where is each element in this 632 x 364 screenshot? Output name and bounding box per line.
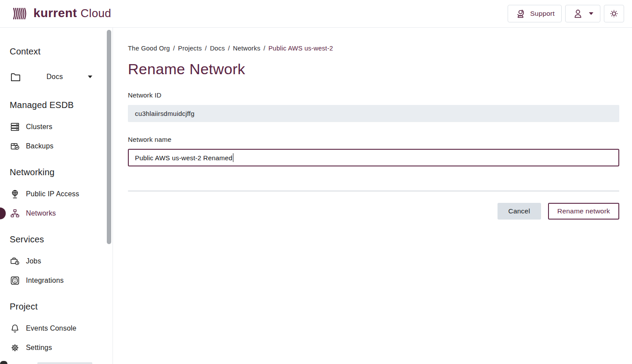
folder-icon	[10, 71, 22, 83]
partially-visible-item-icon	[0, 361, 7, 364]
breadcrumb-separator: /	[228, 45, 230, 52]
sidebar: Context Docs Managed ESDB Clusters	[0, 28, 113, 364]
section-title-managed-esdb: Managed ESDB	[10, 100, 113, 110]
chevron-down-icon	[88, 76, 92, 78]
context-selector-docs[interactable]: Docs	[10, 69, 95, 84]
sidebar-item-networks[interactable]: Networks	[10, 208, 113, 219]
section-title-project: Project	[10, 302, 113, 312]
support-button-label: Support	[530, 10, 555, 18]
sun-icon	[608, 8, 620, 19]
sidebar-item-label: Events Console	[26, 324, 76, 332]
sidebar-item-public-ip-access[interactable]: Public IP Access	[10, 188, 113, 199]
bell-icon	[10, 323, 20, 334]
network-id-value: cu3hlaiirsdmuidcjffg	[135, 110, 194, 117]
sitemap-icon	[10, 208, 20, 219]
gear-icon	[10, 342, 20, 353]
logo-suffix-text: Cloud	[80, 7, 111, 20]
user-menu-button[interactable]	[565, 5, 600, 22]
sidebar-item-events-console[interactable]: Events Console	[10, 323, 113, 334]
logo-brand-text: kurrent	[33, 6, 77, 20]
breadcrumb-link-projects[interactable]: Projects	[178, 45, 202, 52]
breadcrumb-separator: /	[205, 45, 207, 52]
kurrent-cloud-logo[interactable]: kurrent Cloud	[12, 6, 111, 21]
main-content: The Good Org/Projects/Docs/Networks/Publ…	[113, 28, 632, 364]
chevron-down-icon	[589, 12, 593, 15]
sidebar-scrollbar[interactable]	[107, 30, 111, 244]
outlet-icon	[10, 275, 20, 286]
sidebar-item-integrations[interactable]: Integrations	[10, 275, 113, 286]
user-icon	[572, 8, 584, 19]
breadcrumb-link-networks[interactable]: Networks	[233, 45, 260, 52]
network-name-label: Network name	[128, 136, 619, 143]
page-title: Rename Network	[128, 61, 619, 78]
breadcrumb-link-org[interactable]: The Good Org	[128, 45, 170, 52]
rename-network-button[interactable]: Rename network	[548, 203, 619, 220]
briefcase-clock-icon	[10, 256, 20, 267]
breadcrumb-link-docs[interactable]: Docs	[210, 45, 225, 52]
waveform-logo-icon	[12, 6, 30, 21]
sidebar-item-label: Networks	[26, 209, 56, 217]
clusters-icon	[10, 122, 20, 132]
network-name-value: Public AWS us-west-2 Renamed	[135, 154, 232, 162]
network-name-input[interactable]: Public AWS us-west-2 Renamed	[128, 149, 619, 166]
sidebar-item-label: Jobs	[26, 257, 41, 265]
sidebar-item-label: Settings	[26, 344, 52, 352]
sidebar-item-label: Clusters	[26, 123, 52, 131]
globe-icon	[10, 189, 20, 199]
breadcrumb-current: Public AWS us-west-2	[269, 45, 333, 52]
sidebar-item-jobs[interactable]: Jobs	[10, 256, 113, 267]
section-title-context: Context	[10, 47, 113, 57]
support-button[interactable]: Support	[508, 5, 562, 22]
theme-toggle-button[interactable]	[604, 5, 624, 22]
section-title-networking: Networking	[10, 167, 113, 177]
sidebar-item-clusters[interactable]: Clusters	[10, 121, 113, 132]
headset-support-icon	[515, 8, 526, 19]
breadcrumb-separator: /	[263, 45, 265, 52]
section-title-services: Services	[10, 234, 113, 245]
top-header: kurrent Cloud Support	[0, 0, 632, 28]
sidebar-item-label: Public IP Access	[26, 190, 79, 198]
text-cursor	[233, 153, 234, 162]
form-divider	[128, 191, 619, 191]
breadcrumb: The Good Org/Projects/Docs/Networks/Publ…	[128, 45, 619, 52]
sidebar-item-label: Integrations	[26, 277, 64, 285]
sidebar-item-settings[interactable]: Settings	[10, 342, 113, 353]
network-id-label: Network ID	[128, 91, 619, 99]
backups-icon	[10, 141, 20, 151]
sidebar-item-label: Backups	[26, 142, 54, 150]
network-id-field: cu3hlaiirsdmuidcjffg	[128, 105, 619, 122]
cancel-button[interactable]: Cancel	[498, 203, 541, 220]
breadcrumb-separator: /	[173, 45, 175, 52]
partially-visible-element	[37, 362, 92, 364]
context-selector-label: Docs	[22, 73, 88, 81]
sidebar-item-backups[interactable]: Backups	[10, 141, 113, 151]
